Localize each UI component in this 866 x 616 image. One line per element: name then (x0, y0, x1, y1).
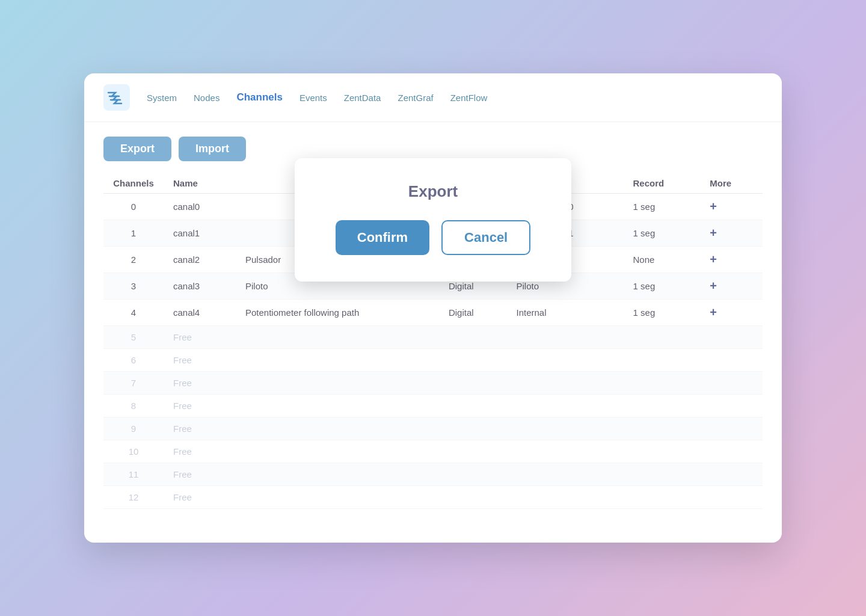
nav-item-nodes[interactable]: Nodes (194, 93, 220, 103)
dialog-title: Export (408, 182, 458, 201)
logo-icon (103, 84, 130, 111)
nav-bar: System Nodes Channels Events ZentData Ze… (84, 73, 782, 122)
nav-item-system[interactable]: System (147, 93, 177, 103)
dialog-buttons: Confirm Cancel (336, 220, 530, 255)
nav-item-events[interactable]: Events (299, 93, 327, 103)
svg-rect-0 (103, 84, 130, 111)
nav-item-channels[interactable]: Channels (236, 91, 283, 103)
export-dialog: Export Confirm Cancel (295, 158, 571, 282)
nav-item-zentgraf[interactable]: ZentGraf (398, 93, 433, 103)
content-area: Export Import Channels Name Origin Recor… (84, 122, 782, 523)
app-window: System Nodes Channels Events ZentData Ze… (84, 73, 782, 543)
nav-item-zentdata[interactable]: ZentData (344, 93, 381, 103)
confirm-button[interactable]: Confirm (336, 220, 429, 255)
cancel-button[interactable]: Cancel (441, 220, 530, 255)
nav-item-zentflow[interactable]: ZentFlow (450, 93, 488, 103)
dialog-overlay: Export Confirm Cancel (84, 122, 782, 523)
